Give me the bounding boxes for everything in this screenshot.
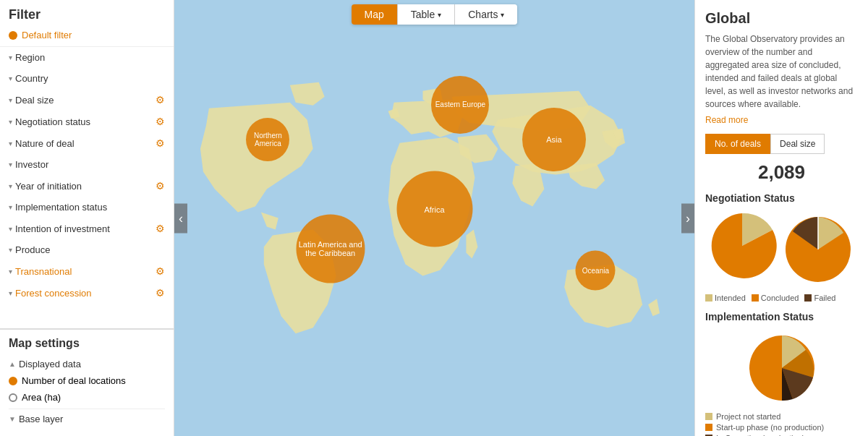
filter-settings-icon[interactable]: ⚙ bbox=[156, 137, 165, 149]
tab-table[interactable]: Table ▾ bbox=[398, 4, 455, 25]
filter-label: Intention of investment bbox=[15, 223, 110, 234]
deal-btn-deal-size[interactable]: Deal size bbox=[770, 134, 825, 154]
legend-label: Concluded bbox=[761, 294, 799, 302]
sidebar: Filter Default filter ▾Region▾Country▾De… bbox=[0, 0, 174, 436]
default-filter[interactable]: Default filter bbox=[0, 27, 174, 46]
chevron-icon: ▾ bbox=[9, 140, 12, 148]
bubble-latin-america-and-the-caribbean[interactable]: Latin America and the Caribbean bbox=[296, 214, 365, 283]
filter-item-investor[interactable]: ▾Investor bbox=[0, 154, 174, 175]
filter-item-produce[interactable]: ▾Produce bbox=[0, 239, 174, 260]
filter-label: Transnational bbox=[15, 266, 72, 277]
chevron-icon: ▾ bbox=[9, 289, 12, 297]
legend-item-failed: Failed bbox=[804, 294, 835, 302]
map-nav-left[interactable]: ‹ bbox=[174, 203, 187, 233]
filter-settings-icon[interactable]: ⚙ bbox=[156, 116, 165, 127]
legend-color-dot bbox=[752, 294, 759, 302]
impl-legend-color-dot bbox=[705, 413, 712, 420]
chevron-icon: ▾ bbox=[9, 96, 12, 104]
radio-unselected-icon bbox=[9, 393, 17, 402]
base-layer-label: Base layer bbox=[19, 414, 63, 424]
filter-item-negotiation-status[interactable]: ▾Negotiation status⚙ bbox=[0, 111, 174, 132]
filter-item-deal-size[interactable]: ▾Deal size⚙ bbox=[0, 89, 174, 111]
global-title: Global bbox=[705, 10, 858, 27]
bubble-oceania[interactable]: Oceania bbox=[576, 250, 616, 290]
radio-selected-icon bbox=[9, 377, 17, 385]
bubble-northern-america[interactable]: Northern America bbox=[246, 118, 289, 161]
filter-title: Filter bbox=[0, 0, 174, 27]
filter-settings-icon[interactable]: ⚙ bbox=[156, 180, 165, 192]
filter-label: Country bbox=[15, 73, 48, 84]
filter-item-nature-of-deal[interactable]: ▾Nature of deal⚙ bbox=[0, 132, 174, 154]
read-more-link[interactable]: Read more bbox=[705, 115, 858, 125]
table-dropdown-arrow: ▾ bbox=[438, 11, 441, 19]
tab-charts[interactable]: Charts ▾ bbox=[455, 4, 517, 25]
display-option-number-of-deal-locations[interactable]: Number of deal locations bbox=[9, 372, 165, 389]
displayed-data-toggle[interactable]: ▲ Displayed data bbox=[9, 356, 165, 372]
legend-color-dot bbox=[804, 294, 812, 302]
filter-label: Negotiation status bbox=[15, 116, 90, 127]
display-option-label: Number of deal locations bbox=[22, 375, 126, 386]
bubble-asia[interactable]: Asia bbox=[522, 108, 586, 171]
filter-settings-icon[interactable]: ⚙ bbox=[156, 223, 165, 234]
default-filter-label: Default filter bbox=[22, 30, 72, 40]
display-options: Number of deal locationsArea (ha) bbox=[9, 372, 165, 406]
deal-type-buttons: No. of dealsDeal size bbox=[705, 134, 858, 154]
filter-item-forest-concession[interactable]: ▾Forest concession⚙ bbox=[0, 282, 174, 304]
bubble-africa[interactable]: Africa bbox=[396, 171, 472, 247]
deal-btn-no.-of-deals[interactable]: No. of deals bbox=[705, 134, 770, 154]
chevron-icon: ▾ bbox=[9, 118, 12, 126]
implementation-chart bbox=[705, 328, 858, 408]
negotiation-status-title: Negotiation Status bbox=[705, 192, 858, 204]
filter-label: Nature of deal bbox=[15, 138, 75, 149]
bubble-eastern-europe[interactable]: Eastern Europe bbox=[431, 76, 489, 134]
chevron-icon: ▾ bbox=[9, 74, 12, 82]
filter-item-country[interactable]: ▾Country bbox=[0, 68, 174, 89]
filter-label: Forest concession bbox=[15, 288, 92, 299]
filter-item-implementation-status[interactable]: ▾Implementation status bbox=[0, 197, 174, 218]
filter-settings-icon[interactable]: ⚙ bbox=[156, 94, 165, 106]
global-description: The Global Observatory provides an overv… bbox=[705, 33, 858, 111]
default-filter-dot bbox=[9, 31, 17, 40]
chevron-icon: ▾ bbox=[9, 268, 12, 275]
implementation-legend: Project not startedStart-up phase (no pr… bbox=[705, 412, 858, 436]
base-layer-chevron: ▼ bbox=[9, 415, 16, 423]
filter-label: Implementation status bbox=[15, 202, 107, 213]
tab-map[interactable]: Map bbox=[352, 4, 398, 25]
chevron-icon: ▾ bbox=[9, 182, 12, 190]
map-settings-title: Map settings bbox=[9, 337, 165, 350]
legend-item-concluded: Concluded bbox=[752, 294, 799, 302]
impl-legend-item-project-not-started: Project not started bbox=[705, 412, 858, 421]
filter-settings-icon[interactable]: ⚙ bbox=[156, 287, 165, 299]
displayed-data-chevron: ▲ bbox=[9, 360, 16, 368]
negotiation-chart bbox=[705, 210, 858, 289]
filter-item-region[interactable]: ▾Region bbox=[0, 47, 174, 68]
charts-dropdown-arrow: ▾ bbox=[501, 11, 504, 19]
filter-list: ▾Region▾Country▾Deal size⚙▾Negotiation s… bbox=[0, 46, 174, 304]
filter-item-transnational[interactable]: ▾Transnational⚙ bbox=[0, 260, 174, 282]
deal-count: 2,089 bbox=[705, 161, 858, 184]
chevron-icon: ▾ bbox=[9, 161, 12, 168]
chevron-icon: ▾ bbox=[9, 225, 12, 233]
right-panel: Global The Global Observatory provides a… bbox=[694, 0, 868, 436]
impl-legend-item-start-up-phase-(no-production): Start-up phase (no production) bbox=[705, 423, 858, 432]
negotiation-legend: IntendedConcludedFailed bbox=[705, 294, 858, 302]
filter-label: Region bbox=[15, 52, 45, 63]
map-nav-right[interactable]: › bbox=[681, 203, 694, 233]
filter-label: Produce bbox=[15, 244, 50, 255]
impl-legend-color-dot bbox=[705, 424, 712, 431]
filter-item-year-of-initiation[interactable]: ▾Year of initiation⚙ bbox=[0, 175, 174, 197]
chevron-icon: ▾ bbox=[9, 246, 12, 254]
main-map-area: Map Table ▾ Charts ▾ bbox=[174, 0, 694, 436]
filter-settings-icon[interactable]: ⚙ bbox=[156, 265, 165, 277]
filter-item-intention-of-investment[interactable]: ▾Intention of investment⚙ bbox=[0, 218, 174, 239]
legend-item-intended: Intended bbox=[705, 294, 746, 302]
legend-label: Intended bbox=[715, 294, 746, 302]
base-layer-toggle[interactable]: ▼ Base layer bbox=[9, 409, 165, 429]
legend-color-dot bbox=[705, 294, 712, 302]
chevron-icon: ▾ bbox=[9, 203, 12, 211]
display-option-area-(ha)[interactable]: Area (ha) bbox=[9, 389, 165, 406]
impl-legend-label: Start-up phase (no production) bbox=[716, 423, 824, 432]
filter-label: Year of initiation bbox=[15, 181, 82, 192]
map-settings: Map settings ▲ Displayed data Number of … bbox=[0, 328, 174, 436]
filter-label: Deal size bbox=[15, 95, 54, 106]
